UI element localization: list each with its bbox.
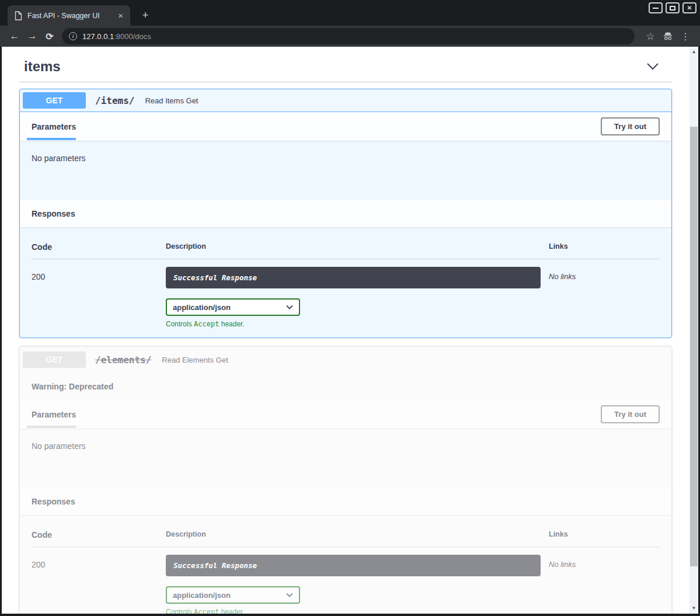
responses-title: Responses xyxy=(32,209,75,218)
tab-parameters[interactable]: Parameters xyxy=(32,410,76,419)
incognito-icon[interactable] xyxy=(659,28,677,44)
media-type-select[interactable]: application/json xyxy=(166,298,300,316)
select-chevron-icon xyxy=(286,593,293,597)
tab-title: Fast API - Swagger UI xyxy=(27,12,117,20)
scrollbar-thumb[interactable] xyxy=(690,127,698,566)
column-header-description: Description xyxy=(166,530,549,540)
no-parameters-text: No parameters xyxy=(32,154,86,163)
active-tab-underline xyxy=(27,426,76,428)
links-value: No links xyxy=(549,267,660,328)
links-value: No links xyxy=(549,555,660,614)
tag-title: items xyxy=(24,58,61,75)
parameters-body: No parameters xyxy=(20,141,671,200)
method-badge-get: GET xyxy=(23,92,86,109)
media-type-value: application/json xyxy=(173,303,231,312)
response-row-200: 200 Successful Response application/json… xyxy=(32,259,660,328)
browser-toolbar: ← → ⟳ i 127.0.0.1:8000/docs ☆ ⋮ xyxy=(0,26,700,47)
media-type-select[interactable]: application/json xyxy=(166,586,300,604)
browser-tab[interactable]: Fast API - Swagger UI × xyxy=(8,5,130,26)
responses-body: Code Description Links 200 Successful Re… xyxy=(20,515,671,614)
opblock-get-items: GET /items/ Read Items Get Parameters Tr… xyxy=(19,89,672,338)
accept-note-code: Accept xyxy=(194,320,219,328)
page-viewport: items GET /items/ Read Items Get Paramet… xyxy=(2,47,698,614)
responses-header: Responses xyxy=(20,488,671,515)
status-code: 200 xyxy=(32,267,166,328)
column-header-links: Links xyxy=(549,530,660,540)
maximize-icon xyxy=(670,6,675,11)
opblock-get-elements-deprecated: GET /elements/ Read Elements Get Warning… xyxy=(19,346,672,614)
status-code: 200 xyxy=(32,555,166,614)
try-it-out-button[interactable]: Try it out xyxy=(601,405,660,423)
window-controls: ✕ xyxy=(649,2,696,13)
media-type-row: application/json Controls Accept header. xyxy=(166,586,549,614)
responses-header: Responses xyxy=(20,200,671,227)
response-row-200: 200 Successful Response application/json… xyxy=(32,547,660,614)
column-header-code: Code xyxy=(32,530,166,540)
swagger-content: items GET /items/ Read Items Get Paramet… xyxy=(2,47,689,614)
browser-titlebar: Fast API - Swagger UI × + ✕ xyxy=(0,0,700,26)
response-description: Successful Response xyxy=(166,555,541,576)
parameters-header: Parameters Try it out xyxy=(20,400,671,429)
response-description-cell: Successful Response application/json Con… xyxy=(166,267,549,328)
scroll-up-icon[interactable]: ▲ xyxy=(689,48,698,56)
url-path: :8000/docs xyxy=(114,32,151,41)
accept-note-suffix: header. xyxy=(219,608,244,614)
new-tab-button[interactable]: + xyxy=(138,8,153,23)
window-close-button[interactable]: ✕ xyxy=(682,2,696,13)
vertical-scrollbar[interactable]: ▲ ▼ xyxy=(689,47,698,614)
opblock-summary[interactable]: GET /items/ Read Items Get xyxy=(20,89,671,112)
responses-table-header: Code Description Links xyxy=(32,524,660,547)
chevron-down-icon xyxy=(646,62,659,71)
scroll-down-icon[interactable]: ▼ xyxy=(689,604,698,612)
accept-header-note: Controls Accept header. xyxy=(166,608,549,614)
select-chevron-icon xyxy=(286,305,293,309)
column-header-code: Code xyxy=(32,242,166,252)
accept-header-note: Controls Accept header. xyxy=(166,320,549,328)
tab-close-icon[interactable]: × xyxy=(117,11,124,20)
window-maximize-button[interactable] xyxy=(666,2,680,13)
column-header-links: Links xyxy=(549,242,660,252)
responses-title: Responses xyxy=(32,497,75,506)
deprecated-warning: Warning: Deprecated xyxy=(20,371,671,400)
method-badge-get: GET xyxy=(23,351,86,368)
back-icon[interactable]: ← xyxy=(6,28,23,44)
endpoint-summary: Read Elements Get xyxy=(162,356,228,364)
window-minimize-button[interactable] xyxy=(649,2,663,13)
column-header-description: Description xyxy=(166,242,549,252)
endpoint-path: /items/ xyxy=(95,95,134,106)
try-it-out-button[interactable]: Try it out xyxy=(601,117,660,135)
response-description: Successful Response xyxy=(166,267,541,288)
opblock-summary[interactable]: GET /elements/ Read Elements Get xyxy=(20,347,671,371)
minimize-icon xyxy=(653,8,659,9)
address-bar[interactable]: i 127.0.0.1:8000/docs xyxy=(62,28,635,44)
accept-note-code: Accept xyxy=(194,608,219,614)
tag-header-items[interactable]: items xyxy=(19,51,672,82)
document-icon xyxy=(15,11,22,20)
endpoint-summary: Read Items Get xyxy=(145,96,198,105)
responses-table-header: Code Description Links xyxy=(32,236,660,259)
site-info-icon[interactable]: i xyxy=(69,32,77,40)
response-description-cell: Successful Response application/json Con… xyxy=(166,555,549,614)
media-type-row: application/json Controls Accept header. xyxy=(166,298,549,328)
url-host: 127.0.0.1 xyxy=(82,32,114,41)
parameters-header: Parameters Try it out xyxy=(20,112,671,141)
responses-body: Code Description Links 200 Successful Re… xyxy=(20,227,671,337)
no-parameters-text: No parameters xyxy=(32,441,86,451)
active-tab-underline xyxy=(27,138,76,140)
tab-parameters[interactable]: Parameters xyxy=(32,122,76,131)
accept-note-suffix: header. xyxy=(219,320,244,328)
endpoint-path: /elements/ xyxy=(95,354,151,366)
forward-icon[interactable]: → xyxy=(23,28,41,44)
accept-note-prefix: Controls xyxy=(166,320,194,328)
url-text: 127.0.0.1:8000/docs xyxy=(82,32,151,41)
parameters-body: No parameters xyxy=(20,429,671,488)
bookmark-star-icon[interactable]: ☆ xyxy=(642,28,659,44)
reload-icon[interactable]: ⟳ xyxy=(41,28,58,44)
browser-menu-icon[interactable]: ⋮ xyxy=(677,28,694,44)
accept-note-prefix: Controls xyxy=(166,608,194,614)
media-type-value: application/json xyxy=(173,591,231,600)
